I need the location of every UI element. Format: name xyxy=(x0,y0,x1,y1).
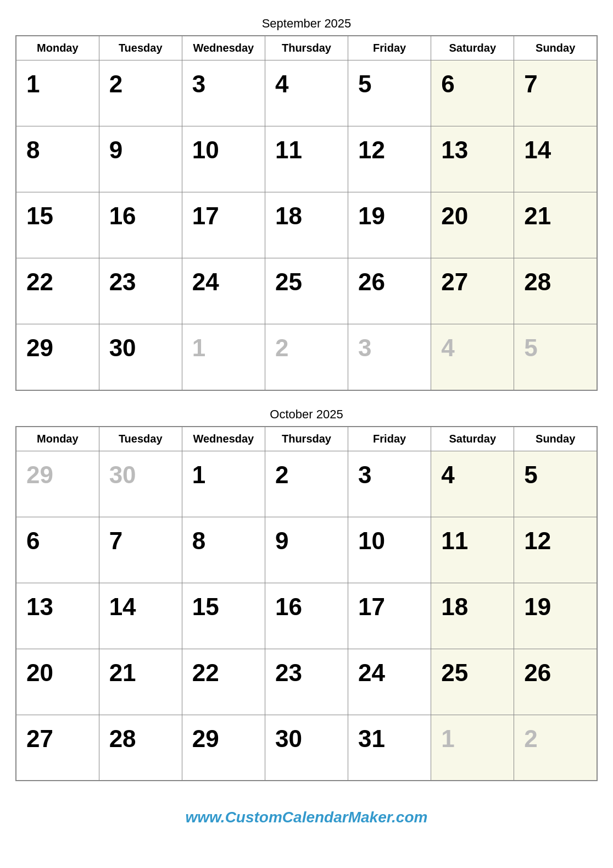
day-cell: 21 xyxy=(99,649,182,715)
sep-header-mon: Monday xyxy=(16,36,99,60)
day-cell: 5 xyxy=(514,451,597,517)
sep-header-sun: Sunday xyxy=(514,36,597,60)
day-cell: 15 xyxy=(16,192,99,258)
day-cell: 17 xyxy=(348,583,431,649)
day-cell: 28 xyxy=(99,715,182,781)
day-cell: 23 xyxy=(265,649,348,715)
day-cell: 13 xyxy=(16,583,99,649)
day-cell: 4 xyxy=(431,451,514,517)
day-cell: 3 xyxy=(348,324,431,390)
day-cell: 9 xyxy=(99,126,182,192)
september-header-row: Monday Tuesday Wednesday Thursday Friday… xyxy=(16,36,597,60)
day-cell: 5 xyxy=(514,324,597,390)
day-cell: 12 xyxy=(348,126,431,192)
watermark: www.CustomCalendarMaker.com xyxy=(186,809,428,826)
day-cell: 16 xyxy=(99,192,182,258)
day-cell: 24 xyxy=(348,649,431,715)
table-row: 22232425262728 xyxy=(16,258,597,324)
september-table: Monday Tuesday Wednesday Thursday Friday… xyxy=(15,35,598,391)
day-cell: 25 xyxy=(265,258,348,324)
day-cell: 21 xyxy=(514,192,597,258)
day-cell: 30 xyxy=(99,324,182,390)
day-cell: 5 xyxy=(348,60,431,126)
day-cell: 24 xyxy=(182,258,265,324)
october-body: 2930123456789101112131415161718192021222… xyxy=(16,451,597,781)
day-cell: 31 xyxy=(348,715,431,781)
day-cell: 18 xyxy=(431,583,514,649)
day-cell: 1 xyxy=(431,715,514,781)
oct-header-sun: Sunday xyxy=(514,427,597,451)
day-cell: 2 xyxy=(265,324,348,390)
oct-header-mon: Monday xyxy=(16,427,99,451)
day-cell: 2 xyxy=(514,715,597,781)
day-cell: 3 xyxy=(348,451,431,517)
day-cell: 10 xyxy=(182,126,265,192)
october-header-row: Monday Tuesday Wednesday Thursday Friday… xyxy=(16,427,597,451)
day-cell: 22 xyxy=(16,258,99,324)
day-cell: 26 xyxy=(348,258,431,324)
day-cell: 3 xyxy=(182,60,265,126)
day-cell: 8 xyxy=(182,517,265,583)
oct-header-fri: Friday xyxy=(348,427,431,451)
sep-header-wed: Wednesday xyxy=(182,36,265,60)
day-cell: 7 xyxy=(514,60,597,126)
day-cell: 6 xyxy=(16,517,99,583)
day-cell: 4 xyxy=(265,60,348,126)
day-cell: 13 xyxy=(431,126,514,192)
day-cell: 10 xyxy=(348,517,431,583)
september-title: September 2025 xyxy=(15,16,598,31)
day-cell: 29 xyxy=(16,324,99,390)
october-title: October 2025 xyxy=(15,407,598,422)
day-cell: 1 xyxy=(182,451,265,517)
table-row: 1234567 xyxy=(16,60,597,126)
october-calendar: October 2025 Monday Tuesday Wednesday Th… xyxy=(15,407,598,782)
day-cell: 18 xyxy=(265,192,348,258)
table-row: 272829303112 xyxy=(16,715,597,781)
day-cell: 30 xyxy=(265,715,348,781)
day-cell: 30 xyxy=(99,451,182,517)
sep-header-thu: Thursday xyxy=(265,36,348,60)
sep-header-tue: Tuesday xyxy=(99,36,182,60)
day-cell: 1 xyxy=(16,60,99,126)
day-cell: 26 xyxy=(514,649,597,715)
table-row: 20212223242526 xyxy=(16,649,597,715)
table-row: 13141516171819 xyxy=(16,583,597,649)
day-cell: 19 xyxy=(348,192,431,258)
day-cell: 17 xyxy=(182,192,265,258)
day-cell: 15 xyxy=(182,583,265,649)
table-row: 293012345 xyxy=(16,324,597,390)
day-cell: 14 xyxy=(99,583,182,649)
day-cell: 19 xyxy=(514,583,597,649)
day-cell: 2 xyxy=(265,451,348,517)
day-cell: 14 xyxy=(514,126,597,192)
table-row: 15161718192021 xyxy=(16,192,597,258)
day-cell: 7 xyxy=(99,517,182,583)
day-cell: 28 xyxy=(514,258,597,324)
day-cell: 29 xyxy=(16,451,99,517)
sep-header-fri: Friday xyxy=(348,36,431,60)
october-table: Monday Tuesday Wednesday Thursday Friday… xyxy=(15,426,598,782)
day-cell: 11 xyxy=(431,517,514,583)
oct-header-tue: Tuesday xyxy=(99,427,182,451)
day-cell: 29 xyxy=(182,715,265,781)
day-cell: 1 xyxy=(182,324,265,390)
day-cell: 4 xyxy=(431,324,514,390)
day-cell: 27 xyxy=(431,258,514,324)
day-cell: 16 xyxy=(265,583,348,649)
day-cell: 12 xyxy=(514,517,597,583)
day-cell: 22 xyxy=(182,649,265,715)
day-cell: 20 xyxy=(431,192,514,258)
day-cell: 2 xyxy=(99,60,182,126)
day-cell: 25 xyxy=(431,649,514,715)
table-row: 293012345 xyxy=(16,451,597,517)
day-cell: 23 xyxy=(99,258,182,324)
day-cell: 20 xyxy=(16,649,99,715)
sep-header-sat: Saturday xyxy=(431,36,514,60)
day-cell: 8 xyxy=(16,126,99,192)
september-calendar: September 2025 Monday Tuesday Wednesday … xyxy=(15,16,598,391)
day-cell: 9 xyxy=(265,517,348,583)
day-cell: 11 xyxy=(265,126,348,192)
september-body: 1234567891011121314151617181920212223242… xyxy=(16,60,597,390)
oct-header-wed: Wednesday xyxy=(182,427,265,451)
oct-header-sat: Saturday xyxy=(431,427,514,451)
